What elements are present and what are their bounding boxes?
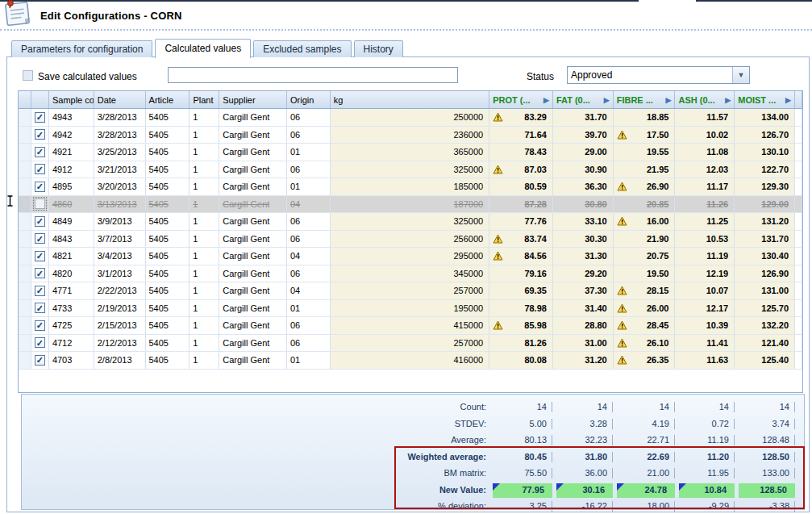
table-row[interactable]: ✓48493/9/201354051Cargill Gent0632500077… — [19, 213, 802, 231]
filter-arrow-icon[interactable]: ▶ — [725, 96, 731, 104]
cell-plant: 1 — [189, 317, 219, 335]
tab-calculated-values[interactable]: Calculated values — [155, 39, 251, 58]
summary-value-cell: 0.72 — [677, 416, 737, 433]
table-row[interactable]: ✓47332/19/201354051Cargill Gent011950007… — [19, 300, 802, 318]
cell-value: 18.85 — [647, 112, 669, 122]
cell-moist: 134.00 — [735, 109, 795, 127]
row-checkbox[interactable]: ✓ — [35, 129, 45, 140]
table-row[interactable]: ✓47032/8/201354051Cargill Gent0141600080… — [19, 352, 802, 370]
column-header-label: ASH (0... — [678, 95, 714, 105]
column-tick — [794, 501, 795, 512]
summary-value: 4.19 — [652, 419, 669, 428]
row-checkbox[interactable]: ✓ — [35, 216, 45, 227]
column-header-sample[interactable]: Sample code — [49, 91, 94, 108]
save-calculated-values-checkbox[interactable] — [23, 70, 33, 81]
row-checkbox[interactable]: ✓ — [35, 286, 45, 296]
cell-moist: 122.70 — [735, 161, 795, 179]
table-row[interactable]: 48603/13/201354051Cargill Gent0418700087… — [19, 196, 802, 214]
column-header-fat[interactable]: FAT (0...▶ — [553, 91, 614, 108]
cell-value: 1 — [193, 338, 198, 348]
column-tick — [794, 435, 795, 445]
cell-value: 06 — [290, 269, 300, 278]
cell-value: 131.20 — [761, 216, 789, 226]
column-header-check[interactable] — [31, 91, 49, 108]
table-row[interactable]: ✓48213/4/201354051Cargill Gent0429500084… — [19, 248, 802, 265]
tab-excluded-samples[interactable]: Excluded samples — [253, 40, 351, 57]
cell-check: ✓ — [31, 317, 49, 335]
cell-value: 11.63 — [706, 355, 728, 365]
row-checkbox[interactable]: ✓ — [35, 147, 45, 157]
row-checkbox[interactable]: ✓ — [35, 182, 45, 192]
table-row[interactable]: ✓47712/22/201354051Cargill Gent042570006… — [19, 282, 802, 300]
table-row[interactable]: ✓48953/20/201354051Cargill Gent011850008… — [19, 178, 802, 196]
row-checkbox[interactable]: ✓ — [35, 355, 45, 366]
cell-moist: 131.70 — [735, 231, 795, 249]
cell-kg: 416000 — [331, 352, 489, 370]
summary-value-cell: 21.00 — [615, 466, 677, 483]
row-checkbox[interactable]: ✓ — [35, 112, 45, 123]
column-header-kg[interactable]: kg — [331, 91, 489, 108]
column-header-article[interactable]: Article — [146, 91, 190, 108]
tab-history[interactable]: History — [354, 40, 403, 57]
table-row[interactable]: ✓49213/25/201354051Cargill Gent013650007… — [19, 144, 802, 161]
column-header-supplier[interactable]: Supplier — [219, 91, 287, 108]
row-checkbox[interactable]: ✓ — [35, 251, 45, 261]
column-header-prot[interactable]: PROT (...▶ — [489, 91, 553, 108]
row-checkbox[interactable]: ✓ — [35, 164, 45, 174]
cell-fat: 31.40 — [553, 300, 614, 318]
column-header-moist[interactable]: MOIST ...▶ — [735, 91, 795, 108]
column-header-ind[interactable] — [19, 91, 31, 108]
cell-prot: 85.98 — [489, 317, 553, 335]
table-row[interactable]: ✓47122/12/201354051Cargill Gent062570008… — [19, 335, 802, 353]
cell-check: ✓ — [31, 178, 49, 196]
column-header-date[interactable]: Date — [94, 91, 146, 108]
cell-value: 1 — [193, 165, 198, 174]
table-row[interactable]: ✓49423/28/201354051Cargill Gent062360007… — [19, 127, 802, 144]
filter-arrow-icon[interactable]: ▶ — [666, 96, 672, 104]
edited-flag-icon — [617, 483, 624, 491]
status-dropdown[interactable]: Approved ▼ — [567, 66, 750, 84]
cell-article: 5405 — [146, 265, 190, 283]
cell-value: 11.25 — [706, 216, 728, 226]
table-row[interactable]: ✓49433/28/201354051Cargill Gent062500008… — [19, 109, 802, 127]
column-header-origin[interactable]: Origin — [287, 91, 331, 108]
filter-arrow-icon[interactable]: ▶ — [604, 96, 610, 104]
cell-value: 30.30 — [585, 234, 607, 244]
tab-parameters-for-configuration[interactable]: Parameters for configuration — [11, 40, 152, 57]
cell-value: 295000 — [453, 251, 483, 261]
table-row[interactable]: ✓48203/1/201354051Cargill Gent0634500079… — [19, 265, 802, 283]
cell-value: 04 — [290, 199, 300, 209]
column-header-fibre[interactable]: FIBRE ...▶ — [614, 91, 676, 108]
cell-value: Cargill Gent — [223, 269, 269, 278]
cell-value: 3/1/2013 — [98, 269, 132, 278]
cell-fat: 36.30 — [553, 178, 614, 196]
table-row[interactable]: ✓48433/7/201354051Cargill Gent0625600083… — [19, 231, 802, 249]
cell-spacer — [795, 213, 802, 231]
cell-kg: 415000 — [331, 317, 489, 335]
cell-value: 1 — [193, 182, 198, 191]
cell-value: 4943 — [52, 112, 72, 122]
column-header-ash[interactable]: ASH (0...▶ — [675, 91, 735, 108]
summary-value-cell: 77.95 — [493, 483, 552, 498]
cell-value: 5405 — [149, 130, 169, 140]
cell-spacer — [795, 231, 802, 249]
cell-value: 4921 — [52, 147, 72, 157]
summary-value-cell: 80.45 — [491, 449, 555, 466]
table-row[interactable]: ✓49123/21/201354051Cargill Gent063250008… — [19, 161, 802, 179]
row-checkbox[interactable] — [35, 198, 45, 209]
filter-arrow-icon[interactable]: ▶ — [785, 96, 791, 104]
row-checkbox[interactable]: ✓ — [35, 303, 45, 313]
row-checkbox[interactable]: ✓ — [35, 337, 45, 348]
filter-arrow-icon[interactable]: ▶ — [543, 96, 549, 104]
filter-input[interactable] — [168, 67, 458, 83]
table-row[interactable]: ✓47252/15/201354051Cargill Gent064150008… — [19, 317, 802, 335]
cell-value: 78.98 — [524, 303, 547, 313]
summary-value-cell: 31.80 — [555, 449, 615, 466]
row-checkbox[interactable]: ✓ — [35, 320, 45, 331]
row-checkbox[interactable]: ✓ — [35, 268, 45, 278]
column-header-plant[interactable]: Plant — [189, 91, 219, 108]
cell-value: 28.15 — [647, 286, 669, 295]
row-checkbox[interactable]: ✓ — [35, 233, 45, 244]
row-checkbox-wrap: ✓ — [34, 163, 46, 175]
chevron-down-icon[interactable]: ▼ — [732, 67, 749, 83]
